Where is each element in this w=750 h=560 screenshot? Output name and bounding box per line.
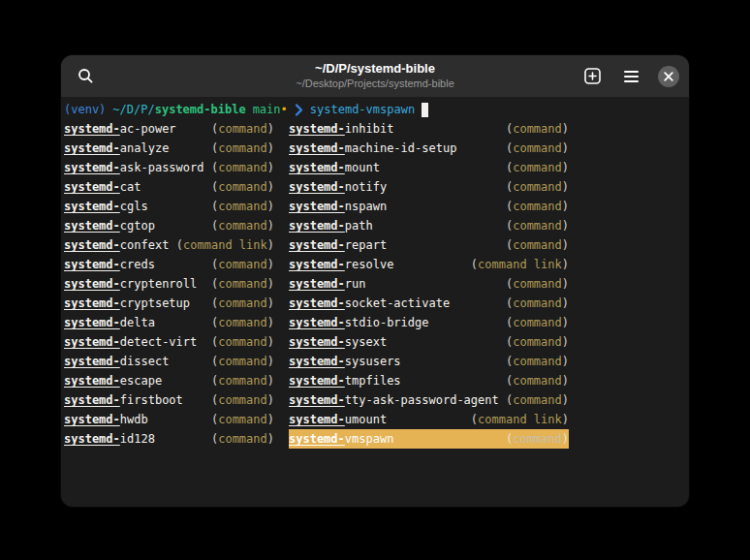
search-button[interactable] — [73, 64, 98, 89]
completion-name: systemd-sysusers — [289, 352, 401, 371]
completion-suffix: path — [345, 219, 373, 233]
completion-item: systemd-sysext(command) — [289, 332, 569, 352]
completion-item: systemd-nspawn(command) — [289, 197, 569, 216]
completion-prefix: systemd- — [289, 296, 345, 310]
completion-type: (command) — [211, 158, 274, 177]
completion-item: systemd-cat(command) — [64, 177, 274, 197]
completion-suffix: repart — [345, 238, 387, 252]
completion-type: (command link) — [471, 255, 569, 274]
completion-prefix: systemd- — [289, 393, 345, 407]
completion-suffix: tmpfiles — [345, 374, 401, 388]
completion-name: systemd-machine-id-setup — [289, 139, 456, 158]
completion-suffix: umount — [345, 413, 387, 426]
completion-prefix: systemd- — [64, 122, 120, 136]
completion-item: systemd-tmpfiles(command) — [289, 371, 569, 390]
completion-suffix: escape — [120, 374, 162, 388]
completion-prefix: systemd- — [64, 374, 120, 388]
completion-item: systemd-escape(command) — [64, 371, 274, 390]
completion-item: systemd-ac-power(command) — [64, 119, 274, 139]
completion-prefix: systemd- — [64, 258, 120, 271]
completion-item: systemd-repart(command) — [289, 235, 569, 255]
completion-suffix: creds — [120, 258, 155, 271]
completion-item: systemd-cgls(command) — [64, 197, 274, 216]
completion-item: systemd-confext(command link) — [64, 235, 274, 255]
completion-name: systemd-hwdb — [64, 410, 148, 429]
completion-name: systemd-stdio-bridge — [289, 313, 429, 332]
completion-prefix: systemd- — [289, 335, 345, 349]
completion-prefix: systemd- — [289, 355, 345, 368]
completion-name: systemd-sysext — [289, 332, 387, 352]
terminal-content[interactable]: (venv) ~/D/P/ systemd-bible main • syste… — [61, 97, 689, 507]
close-button[interactable] — [658, 66, 679, 87]
completion-prefix: systemd- — [289, 161, 345, 174]
completion-name: systemd-delta — [64, 313, 155, 332]
completion-type: (command link) — [471, 410, 569, 429]
completion-item: systemd-notify(command) — [289, 177, 569, 197]
completion-item: systemd-machine-id-setup(command) — [289, 139, 569, 158]
completion-prefix: systemd- — [64, 296, 120, 310]
completion-suffix: ac-power — [120, 122, 176, 136]
completion-name: systemd-analyze — [64, 139, 169, 158]
completion-name: systemd-nspawn — [289, 197, 387, 216]
completion-item: systemd-analyze(command) — [64, 139, 274, 158]
completion-item: systemd-mount(command) — [289, 158, 569, 177]
completion-prefix: systemd- — [289, 277, 345, 291]
completion-item: systemd-inhibit(command) — [289, 119, 569, 139]
completion-name: systemd-id128 — [64, 429, 155, 449]
new-tab-icon — [584, 68, 601, 84]
completion-name: systemd-escape — [64, 371, 162, 390]
completion-prefix: systemd- — [289, 219, 345, 233]
completion-name: systemd-resolve — [289, 255, 393, 274]
completion-item: systemd-cgtop(command) — [64, 216, 274, 235]
completion-item: systemd-cryptsetup(command) — [64, 294, 274, 313]
completion-type: (command) — [506, 216, 569, 235]
completion-prefix: systemd- — [64, 180, 120, 194]
completion-item: systemd-cryptenroll(command) — [64, 274, 274, 294]
completion-type: (command) — [211, 177, 274, 197]
completion-suffix: cat — [120, 180, 141, 194]
prompt-line: (venv) ~/D/P/ systemd-bible main • syste… — [64, 100, 689, 119]
completion-prefix: systemd- — [64, 355, 120, 368]
venv-indicator: (venv) — [64, 100, 106, 119]
completion-suffix: nspawn — [345, 200, 387, 213]
completion-suffix: stdio-bridge — [345, 316, 429, 329]
completion-suffix: tty-ask-password-agent — [345, 393, 499, 407]
completion-name: systemd-notify — [289, 177, 387, 197]
completion-name: systemd-creds — [64, 255, 155, 274]
completion-name: systemd-cgtop — [64, 216, 155, 235]
window-title: ~/D/P/systemd-bible — [177, 60, 573, 77]
completion-prefix: systemd- — [289, 180, 345, 194]
completion-type: (command) — [211, 294, 274, 313]
completion-prefix: systemd- — [64, 316, 120, 329]
completion-type: (command) — [211, 274, 274, 294]
completion-type: (command) — [506, 119, 569, 139]
hamburger-menu-icon — [624, 71, 639, 82]
completion-suffix: cryptsetup — [120, 296, 190, 310]
completion-name: systemd-ask-password — [64, 158, 204, 177]
completion-suffix: run — [345, 277, 366, 291]
completion-name: systemd-inhibit — [289, 119, 393, 139]
titlebar[interactable]: ~/D/P/systemd-bible ~/Desktop/Projects/s… — [61, 55, 689, 97]
completion-name: systemd-confext — [64, 235, 169, 255]
completion-type: (command) — [506, 294, 569, 313]
new-tab-button[interactable] — [580, 65, 604, 88]
completion-prefix: systemd- — [64, 335, 120, 349]
window-subtitle: ~/Desktop/Projects/systemd-bible — [177, 77, 573, 90]
completion-item: systemd-path(command) — [289, 216, 569, 235]
completion-suffix: vmspawn — [345, 432, 394, 446]
completion-prefix: systemd- — [64, 161, 120, 174]
completion-suffix: notify — [345, 180, 387, 194]
completion-type: (command) — [506, 158, 569, 177]
completion-suffix: sysusers — [345, 355, 401, 368]
completion-name: systemd-tty-ask-password-agent — [289, 390, 499, 410]
prompt-repo-name: systemd-bible — [155, 100, 246, 119]
prompt-path-prefix: ~/D/P/ — [112, 100, 154, 119]
title-stack: ~/D/P/systemd-bible ~/Desktop/Projects/s… — [177, 60, 573, 90]
menu-button[interactable] — [619, 65, 642, 88]
completion-prefix: systemd- — [289, 413, 345, 426]
completion-name: systemd-cgls — [64, 197, 148, 216]
completion-prefix: systemd- — [289, 122, 345, 136]
completion-item: systemd-ask-password(command) — [64, 158, 274, 177]
completion-type: (command) — [211, 216, 274, 235]
completion-suffix: socket-activate — [345, 296, 450, 310]
